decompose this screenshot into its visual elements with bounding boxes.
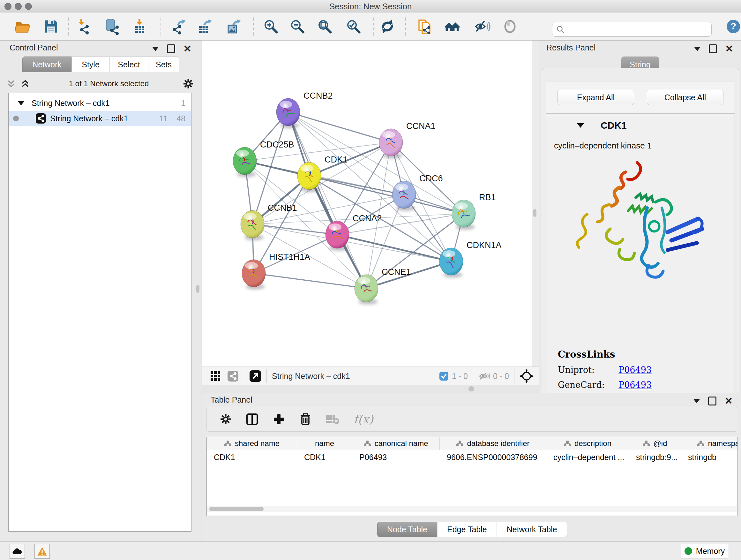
network-splitter[interactable] <box>532 41 540 367</box>
hidden-eye-icon[interactable] <box>478 371 490 381</box>
zoom-selected-icon[interactable] <box>345 18 362 35</box>
network-node-ccna1[interactable] <box>379 129 403 159</box>
network-node-rb1[interactable] <box>452 200 475 230</box>
selected-checkbox-icon[interactable] <box>439 371 449 381</box>
table-cell[interactable]: stringdb <box>681 450 738 464</box>
network-options-gear-icon[interactable] <box>183 78 194 89</box>
section-collapse-icon[interactable] <box>577 123 584 128</box>
table-row[interactable]: CDK1CDK1P064939606.ENSP00000378699cyclin… <box>207 450 738 464</box>
expand-all-icon[interactable] <box>21 79 29 88</box>
table-cell[interactable]: cyclin–dependent ... <box>546 450 629 464</box>
tab-style[interactable]: Style <box>71 57 110 72</box>
string-style-icon[interactable] <box>227 370 239 382</box>
collapse-all-button[interactable]: Collapse All <box>647 90 724 105</box>
network-node-cdc25b[interactable] <box>233 147 257 177</box>
panel-float-icon[interactable] <box>167 44 175 53</box>
zoom-fit-icon[interactable] <box>317 18 333 35</box>
network-row-selected[interactable]: String Network – cdk1 11 48 <box>9 111 191 126</box>
add-column-icon[interactable] <box>273 413 285 426</box>
collapse-all-icon[interactable] <box>7 79 15 88</box>
hide-show-icon[interactable] <box>474 18 490 35</box>
help-button[interactable]: ? <box>725 18 741 35</box>
export-table-icon[interactable] <box>197 18 213 35</box>
right-splitter-handle[interactable] <box>533 209 536 217</box>
network-canvas[interactable]: CCNB2 CCNA1 CDC25B CDK1 <box>202 41 532 367</box>
zoom-out-icon[interactable] <box>289 18 306 35</box>
table-menu-icon[interactable] <box>693 399 700 403</box>
memory-button[interactable]: Memory <box>681 544 728 558</box>
table-cell[interactable]: P06493 <box>352 450 440 464</box>
export-image-icon[interactable] <box>226 18 242 35</box>
show-columns-icon[interactable] <box>246 413 259 426</box>
tab-node-table[interactable]: Node Table <box>377 522 437 537</box>
network-node-ccne1[interactable] <box>354 274 378 305</box>
network-overview-icon[interactable] <box>444 18 461 35</box>
import-network-icon[interactable] <box>76 18 92 35</box>
table-cell[interactable]: 9606.ENSP00000378699 <box>440 450 546 464</box>
grid-view-icon[interactable] <box>210 371 221 381</box>
tree-expand-icon[interactable] <box>17 101 24 105</box>
table-cell[interactable]: CDK1 <box>207 450 297 464</box>
tab-edge-table[interactable]: Edge Table <box>437 522 497 537</box>
zoom-in-icon[interactable] <box>263 18 279 35</box>
network-node-cdc6[interactable] <box>392 181 416 211</box>
open-session-icon[interactable] <box>15 18 31 35</box>
network-node-cdk1[interactable] <box>297 162 321 192</box>
column-header-description[interactable]: description <box>546 437 629 450</box>
search-input[interactable] <box>567 24 708 34</box>
results-close-icon[interactable]: ✕ <box>725 45 733 52</box>
results-menu-icon[interactable] <box>694 47 700 51</box>
delete-column-trash-icon[interactable] <box>299 413 312 426</box>
expand-all-button[interactable]: Expand All <box>557 90 634 105</box>
panel-menu-icon[interactable] <box>152 47 158 51</box>
network-edge[interactable] <box>337 235 451 261</box>
table-hscrollbar[interactable] <box>207 506 737 512</box>
column-header-shared-name[interactable]: shared name <box>207 437 297 450</box>
tab-select[interactable]: Select <box>110 57 148 72</box>
column-header-database-identifier[interactable]: database identifier <box>440 437 546 450</box>
column-header-name[interactable]: name <box>297 437 352 450</box>
network-edge[interactable] <box>288 112 464 213</box>
fit-selected-crosshair-icon[interactable] <box>520 369 534 383</box>
network-node-hist1h1a[interactable] <box>242 260 266 290</box>
horizontal-splitter-handle[interactable] <box>468 386 474 391</box>
table-close-icon[interactable]: ✕ <box>725 397 733 405</box>
table-settings-gear-icon[interactable] <box>219 413 232 425</box>
crosslink-link[interactable]: P06493 <box>618 380 652 390</box>
network-edge[interactable] <box>288 112 391 142</box>
network-node-cdkn1a[interactable] <box>440 248 463 278</box>
node-table[interactable]: shared namenamecanonical namedatabase id… <box>206 437 738 516</box>
import-table-icon[interactable] <box>132 18 149 35</box>
clone-network-icon[interactable] <box>416 18 433 35</box>
network-edge[interactable] <box>253 224 337 235</box>
network-node-ccna2[interactable] <box>326 221 349 251</box>
save-session-icon[interactable] <box>43 18 59 35</box>
network-collection-row[interactable]: String Network – cdk1 1 <box>9 96 191 111</box>
network-node-ccnb2[interactable] <box>276 98 300 128</box>
table-float-icon[interactable] <box>708 396 717 406</box>
results-float-icon[interactable] <box>709 44 717 53</box>
column-header-canonical-name[interactable]: canonical name <box>352 437 440 450</box>
network-edge[interactable] <box>288 112 366 288</box>
network-edge[interactable] <box>254 273 366 288</box>
import-database-icon[interactable] <box>104 18 120 35</box>
table-cell[interactable]: CDK1 <box>297 450 352 464</box>
network-node-ccnb1[interactable] <box>241 210 264 240</box>
birdseye-view-icon[interactable] <box>249 370 261 382</box>
highlight-icon[interactable] <box>502 18 518 35</box>
export-network-icon[interactable] <box>171 18 187 35</box>
hscroll-thumb[interactable] <box>209 507 264 511</box>
table-cell[interactable]: stringdb:9... <box>629 450 681 464</box>
tab-network[interactable]: Network <box>22 57 71 72</box>
column-header-namespace[interactable]: namespace <box>681 437 738 450</box>
panel-close-icon[interactable]: ✕ <box>184 45 192 52</box>
tab-network-table[interactable]: Network Table <box>497 522 567 537</box>
tab-sets[interactable]: Sets <box>148 57 179 72</box>
column-header--id[interactable]: @id <box>629 437 681 450</box>
crosslink-link[interactable]: P06493 <box>618 365 652 375</box>
cloud-status-button[interactable] <box>10 544 25 559</box>
refresh-icon[interactable] <box>379 18 396 35</box>
warning-status-button[interactable] <box>35 544 50 559</box>
search-box[interactable] <box>552 22 712 37</box>
left-splitter-handle[interactable] <box>196 285 199 293</box>
